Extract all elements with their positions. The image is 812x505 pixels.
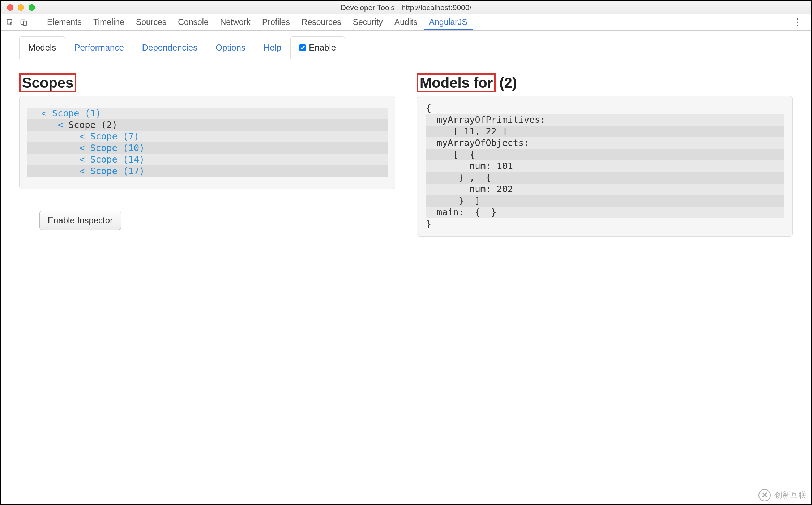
- models-panel: { myArrayOfPrimitives: [ 11, 22 ] myArra…: [417, 96, 793, 237]
- tab-elements[interactable]: Elements: [42, 14, 87, 30]
- model-line: [ 11, 22 ]: [426, 126, 784, 137]
- model-line: myArrayOfObjects:: [426, 137, 784, 149]
- scope-node-17[interactable]: < Scope (17): [27, 165, 388, 177]
- more-options-icon[interactable]: ⋮: [789, 17, 807, 28]
- model-line: } , {: [426, 172, 784, 184]
- angularjs-subtabs: Models Performance Dependencies Options …: [1, 31, 811, 59]
- scope-node-2[interactable]: < Scope (2): [27, 119, 388, 131]
- enable-checkbox[interactable]: [299, 44, 306, 51]
- tab-network[interactable]: Network: [215, 14, 256, 30]
- watermark: ✕ 创新互联: [758, 489, 806, 501]
- window-title-bar: Developer Tools - http://localhost:9000/: [1, 1, 811, 14]
- tab-profiles[interactable]: Profiles: [257, 14, 295, 30]
- model-line: {: [426, 103, 784, 114]
- subtab-performance[interactable]: Performance: [65, 36, 133, 59]
- subtab-dependencies[interactable]: Dependencies: [133, 36, 206, 59]
- subtab-models[interactable]: Models: [19, 36, 65, 59]
- tab-angularjs[interactable]: AngularJS: [424, 14, 473, 30]
- model-line: }: [426, 218, 784, 230]
- tab-security[interactable]: Security: [348, 14, 388, 30]
- scope-node-10[interactable]: < Scope (10): [27, 142, 388, 154]
- devtools-main-toolbar: Elements Timeline Sources Console Networ…: [1, 14, 811, 31]
- tab-timeline[interactable]: Timeline: [88, 14, 129, 30]
- scope-node-1[interactable]: < Scope (1): [27, 108, 388, 119]
- tab-sources[interactable]: Sources: [131, 14, 171, 30]
- scope-node-14[interactable]: < Scope (14): [27, 154, 388, 165]
- scope-node-7[interactable]: < Scope (7): [27, 131, 388, 142]
- enable-inspector-button[interactable]: Enable Inspector: [39, 211, 121, 230]
- watermark-logo-icon: ✕: [758, 489, 771, 501]
- subtab-enable[interactable]: Enable: [290, 36, 345, 59]
- svg-rect-2: [23, 21, 26, 25]
- device-toggle-icon[interactable]: [19, 18, 29, 27]
- watermark-text: 创新互联: [774, 490, 806, 501]
- model-line: num: 101: [426, 160, 784, 172]
- inspect-element-icon[interactable]: [5, 18, 15, 27]
- scopes-panel: < Scope (1) < Scope (2) < Scope (7) < Sc…: [19, 96, 395, 189]
- model-line: num: 202: [426, 184, 784, 195]
- tab-console[interactable]: Console: [173, 14, 213, 30]
- model-line: } ]: [426, 195, 784, 207]
- model-line: main: { }: [426, 207, 784, 218]
- model-line: [ {: [426, 149, 784, 160]
- enable-label: Enable: [309, 43, 336, 53]
- subtab-options[interactable]: Options: [206, 36, 255, 59]
- tab-resources[interactable]: Resources: [296, 14, 346, 30]
- subtab-help[interactable]: Help: [255, 36, 290, 59]
- model-line: myArrayOfPrimitives:: [426, 114, 784, 126]
- scopes-heading: Scopes: [19, 73, 76, 92]
- toolbar-separator: [37, 18, 37, 27]
- models-heading-prefix: Models for: [417, 73, 496, 92]
- tab-audits[interactable]: Audits: [389, 14, 423, 30]
- window-title: Developer Tools - http://localhost:9000/: [1, 3, 811, 12]
- models-heading-suffix: (2): [499, 75, 517, 91]
